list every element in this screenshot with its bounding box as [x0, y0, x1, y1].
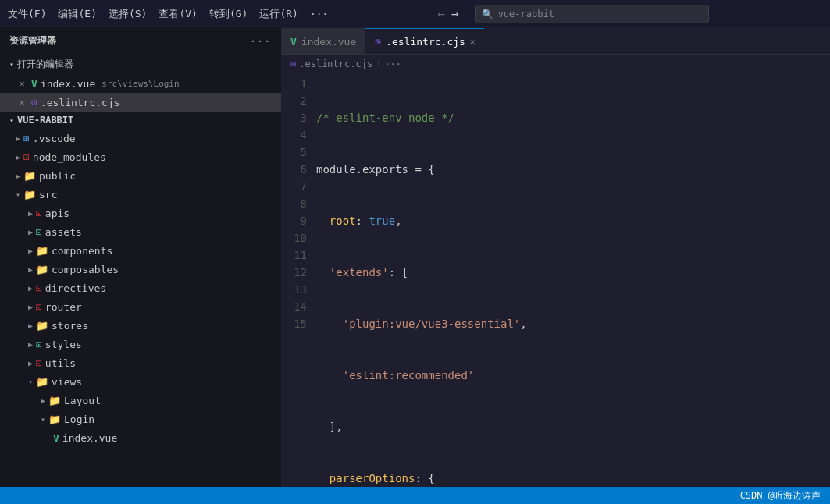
- folder-icon: 📁: [36, 245, 48, 257]
- sidebar: 资源管理器 ··· ▾ 打开的编辑器 ✕ V index.vue src\vie…: [0, 27, 281, 487]
- chevron-right-icon: ▶: [28, 247, 33, 255]
- main-area: 资源管理器 ··· ▾ 打开的编辑器 ✕ V index.vue src\vie…: [0, 27, 830, 487]
- sidebar-item-styles[interactable]: ▶ ⊡ styles: [0, 335, 281, 353]
- chevron-right-icon: ▶: [16, 172, 20, 180]
- chevron-right-icon: ▶: [28, 359, 33, 367]
- eslint-tab-icon: ⊙: [375, 36, 381, 48]
- sidebar-item-router[interactable]: ▶ ⊡ router: [0, 297, 281, 316]
- folder-icon: 📁: [36, 264, 48, 275]
- sidebar-item-vscode[interactable]: ▶ ⊞ .vscode: [0, 129, 281, 147]
- code-line-6: 'eslint:recommended': [316, 367, 830, 384]
- sidebar-item-assets[interactable]: ▶ ⊡ assets: [0, 222, 281, 241]
- sidebar-item-utils[interactable]: ▶ ⊡ utils: [0, 353, 281, 372]
- menu-edit[interactable]: 编辑(E): [58, 7, 96, 21]
- vscode-folder-icon: ⊞: [23, 133, 30, 144]
- sidebar-item-directives[interactable]: ▶ ⊡ directives: [0, 279, 281, 297]
- menu-select[interactable]: 选择(S): [109, 7, 147, 21]
- close-icon: ✕: [16, 97, 28, 108]
- menu-bar: 文件(F) 编辑(E) 选择(S) 查看(V) 转到(G) 运行(R) ···: [8, 7, 328, 21]
- chevron-right-icon: ▶: [28, 303, 33, 311]
- nav-arrows: ← →: [437, 6, 458, 21]
- open-file-index-vue[interactable]: ✕ V index.vue src\views\Login: [0, 74, 281, 93]
- status-bar: CSDN @听海边涛声: [0, 487, 830, 504]
- line-numbers: 1 2 3 4 5 6 7 8 9 10 11 12 13 14 15: [281, 73, 316, 487]
- chevron-right-icon: ▶: [28, 340, 33, 349]
- close-icon: ✕: [16, 78, 28, 89]
- chevron-down-icon: ▾: [28, 378, 33, 386]
- folder-icon: 📁: [48, 395, 61, 406]
- code-line-5: 'plugin:vue/vue3-essential',: [316, 315, 830, 332]
- chevron-right-icon: ▶: [16, 153, 20, 161]
- menu-more[interactable]: ···: [310, 8, 328, 20]
- project-root-label[interactable]: ▾ VUE-RABBIT: [0, 112, 281, 129]
- folder-icon: 📁: [36, 376, 48, 388]
- sidebar-item-apis[interactable]: ▶ ⊡ apis: [0, 204, 281, 222]
- styles-folder-icon: ⊡: [36, 339, 42, 350]
- menu-goto[interactable]: 转到(G): [209, 7, 248, 21]
- eslint-file-icon: ⊙: [31, 97, 37, 108]
- menu-view[interactable]: 查看(V): [159, 7, 197, 21]
- tab-close-button[interactable]: ✕: [470, 37, 476, 47]
- breadcrumb: ⊙ .eslintrc.cjs › ···: [281, 55, 830, 73]
- sidebar-item-composables[interactable]: ▶ 📁 composables: [0, 260, 281, 279]
- apis-folder-icon: ⊡: [36, 208, 42, 219]
- code-line-8: parserOptions: {: [316, 470, 830, 487]
- sidebar-item-components[interactable]: ▶ 📁 components: [0, 241, 281, 260]
- sidebar-item-login-index[interactable]: V index.vue: [0, 428, 281, 447]
- code-line-2: module.exports = {: [316, 161, 830, 178]
- chevron-down-icon: ▾: [41, 415, 45, 424]
- menu-file[interactable]: 文件(F): [8, 7, 46, 21]
- chevron-right-icon: ▶: [16, 134, 20, 143]
- directives-folder-icon: ⊡: [36, 282, 42, 294]
- sidebar-more-button[interactable]: ···: [250, 36, 272, 47]
- back-arrow[interactable]: ←: [437, 6, 445, 21]
- login-folder-icon: 📁: [48, 413, 61, 425]
- sidebar-header: 资源管理器 ···: [0, 27, 281, 55]
- code-line-1: /* eslint-env node */: [316, 109, 830, 126]
- code-line-3: root: true,: [316, 212, 830, 229]
- chevron-right-icon: ▶: [28, 209, 33, 218]
- open-editors-label[interactable]: ▾ 打开的编辑器: [0, 55, 281, 74]
- chevron-down-icon: ▾: [9, 116, 14, 125]
- title-bar: 文件(F) 编辑(E) 选择(S) 查看(V) 转到(G) 运行(R) ··· …: [0, 0, 830, 27]
- sidebar-title: 资源管理器: [9, 34, 56, 48]
- editor-content[interactable]: 1 2 3 4 5 6 7 8 9 10 11 12 13 14 15 /* e…: [281, 73, 830, 487]
- sidebar-item-stores[interactable]: ▶ 📁 stores: [0, 316, 281, 335]
- eslint-breadcrumb-icon: ⊙: [290, 59, 296, 69]
- sidebar-item-login[interactable]: ▾ 📁 Login: [0, 410, 281, 428]
- menu-run[interactable]: 运行(R): [259, 7, 297, 21]
- chevron-right-icon: ▶: [28, 284, 33, 293]
- vue-file-icon: V: [53, 432, 59, 444]
- chevron-right-icon: ▶: [28, 265, 33, 274]
- watermark: CSDN @听海边涛声: [740, 489, 821, 502]
- global-search[interactable]: 🔍 vue-rabbit: [475, 5, 709, 23]
- sidebar-item-views[interactable]: ▾ 📁 views: [0, 372, 281, 391]
- chevron-down-icon: ▾: [16, 190, 20, 199]
- search-icon: 🔍: [482, 9, 493, 20]
- search-text: vue-rabbit: [498, 9, 554, 20]
- folder-icon: 📁: [23, 170, 36, 182]
- folder-icon: 📁: [36, 320, 48, 332]
- utils-folder-icon: ⊡: [36, 357, 42, 369]
- tab-bar: V index.vue ⊙ .eslintrc.cjs ✕: [281, 27, 830, 55]
- sidebar-content: ▾ 打开的编辑器 ✕ V index.vue src\views\Login ✕…: [0, 55, 281, 487]
- sidebar-item-layout[interactable]: ▶ 📁 Layout: [0, 391, 281, 410]
- open-file-eslintrc[interactable]: ✕ ⊙ .eslintrc.cjs: [0, 93, 281, 112]
- sidebar-item-src[interactable]: ▾ 📁 src: [0, 185, 281, 204]
- chevron-down-icon: ▾: [9, 60, 14, 69]
- assets-folder-icon: ⊡: [36, 226, 42, 238]
- code-editor[interactable]: /* eslint-env node */ module.exports = {…: [316, 73, 830, 487]
- tab-eslintrc[interactable]: ⊙ .eslintrc.cjs ✕: [365, 28, 484, 54]
- forward-arrow[interactable]: →: [451, 6, 459, 21]
- code-line-7: ],: [316, 418, 830, 435]
- chevron-right-icon: ▶: [28, 228, 33, 236]
- sidebar-item-public[interactable]: ▶ 📁 public: [0, 166, 281, 185]
- folder-icon: 📁: [23, 189, 36, 201]
- npm-folder-icon: ⊡: [23, 151, 30, 163]
- editor-area: V index.vue ⊙ .eslintrc.cjs ✕ ⊙ .eslintr…: [281, 27, 830, 487]
- sidebar-item-node-modules[interactable]: ▶ ⊡ node_modules: [0, 147, 281, 166]
- chevron-right-icon: ▶: [28, 321, 33, 330]
- vue-file-icon: V: [31, 78, 37, 90]
- chevron-right-icon: ▶: [41, 396, 45, 405]
- tab-index-vue[interactable]: V index.vue: [281, 28, 365, 54]
